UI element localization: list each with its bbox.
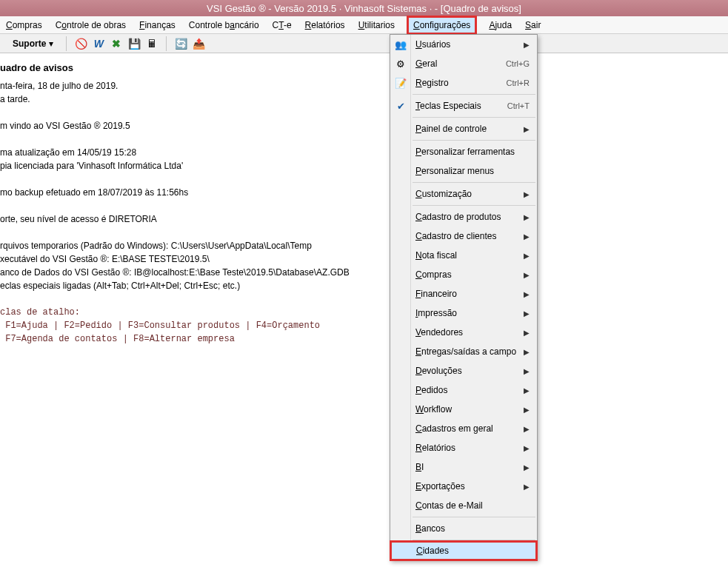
dropdown-item-teclas-especiais[interactable]: ✔Teclas EspeciaisCtrl+T: [390, 96, 537, 115]
menu-ajuda[interactable]: Ajuda: [489, 20, 512, 30]
support-label: Suporte: [13, 38, 46, 49]
dropdown-item-label: Entregas/saídas a campo: [415, 346, 524, 357]
dropdown-item-impress-o[interactable]: Impressão▶: [390, 303, 537, 323]
content-line: rquivos temporarios (Padrão do Windows):…: [0, 239, 728, 252]
dropdown-item-label: Impressão: [415, 308, 524, 318]
submenu-arrow-icon: ▶: [524, 213, 530, 221]
dropdown-item-cidades[interactable]: Cidades: [390, 541, 537, 560]
title-bar: VSI Gestão ® - Versão 2019.5 · Vinhasoft…: [0, 0, 728, 16]
submenu-arrow-icon: ▶: [524, 125, 530, 133]
content-line: [0, 199, 728, 212]
dropdown-item-bi[interactable]: BI▶: [390, 457, 537, 477]
dropdown-separator: [413, 94, 535, 95]
menu-cte[interactable]: CT-e: [273, 20, 292, 30]
dropdown-separator: [413, 540, 535, 540]
window-title: VSI Gestão ® - Versão 2019.5 · Vinhasoft…: [207, 3, 521, 14]
toolbar-separator: [66, 36, 67, 51]
submenu-arrow-icon: ▶: [524, 290, 530, 298]
dropdown-item-personalizar-menus[interactable]: Personalizar menus: [390, 161, 537, 181]
support-button[interactable]: Suporte ▾: [7, 36, 59, 51]
content-line: [0, 226, 728, 239]
submenu-arrow-icon: ▶: [524, 406, 530, 414]
w-icon[interactable]: W: [92, 37, 105, 50]
dropdown-item-customiza-o[interactable]: Customização▶: [390, 184, 537, 204]
dropdown-item-label: Cadastros em geral: [415, 423, 524, 434]
cross-icon[interactable]: ✖: [110, 37, 123, 50]
dropdown-item-cadastro-de-produtos[interactable]: Cadastro de produtos▶: [390, 207, 537, 227]
dropdown-item-label: Usuários: [415, 39, 524, 50]
dropdown-shortcut: Ctrl+T: [507, 101, 530, 110]
dropdown-item-label: Cadastro de produtos: [415, 212, 524, 222]
dropdown-item-label: Personalizar menus: [415, 166, 530, 176]
exit-icon[interactable]: 📤: [192, 37, 205, 50]
toolbar-separator: [166, 36, 167, 51]
content-area: uadro de avisos nta-feira, 18 de julho d…: [0, 53, 728, 346]
dropdown-separator: [413, 517, 535, 517]
dropdown-item-financeiro[interactable]: Financeiro▶: [390, 284, 537, 303]
dropdown-item-label: Cidades: [416, 546, 529, 556]
submenu-arrow-icon: ▶: [524, 252, 530, 260]
submenu-arrow-icon: ▶: [524, 483, 530, 491]
registry-icon: 📝: [393, 76, 408, 90]
dropdown-item-painel-de-controle[interactable]: Painel de controle▶: [390, 119, 537, 138]
no-entry-icon[interactable]: 🚫: [74, 37, 87, 50]
content-line: a tarde.: [0, 93, 728, 106]
submenu-arrow-icon: ▶: [524, 444, 530, 452]
dropdown-item-compras[interactable]: Compras▶: [390, 265, 537, 284]
refresh-icon[interactable]: 🔄: [174, 37, 187, 50]
dropdown-item-workflow[interactable]: Workflow▶: [390, 400, 537, 419]
dropdown-item-label: Nota fiscal: [415, 250, 524, 261]
dropdown-item-exporta-es[interactable]: Exportações▶: [390, 477, 537, 496]
dropdown-separator: [413, 182, 535, 183]
submenu-arrow-icon: ▶: [524, 41, 530, 49]
check-icon: ✔: [393, 98, 408, 113]
dropdown-item-vendedores[interactable]: Vendedores▶: [390, 323, 537, 342]
dropdown-item-label: BI: [415, 462, 524, 472]
dropdown-item-label: Geral: [415, 58, 506, 69]
calculator-icon[interactable]: 🖩: [145, 37, 158, 50]
users-icon: 👥: [393, 37, 408, 52]
dropdown-item-devolu-es[interactable]: Devoluções▶: [390, 361, 537, 380]
dropdown-item-label: Registro: [415, 78, 507, 88]
dropdown-item-relat-rios[interactable]: Relatórios▶: [390, 438, 537, 457]
menu-configuracoes[interactable]: Configurações: [408, 17, 475, 33]
dropdown-item-personalizar-ferramentas[interactable]: Personalizar ferramentas: [390, 142, 537, 161]
dropdown-item-entregas-sa-das-a-campo[interactable]: Entregas/saídas a campo▶: [390, 342, 537, 361]
dropdown-item-geral[interactable]: ⚙GeralCtrl+G: [390, 54, 537, 73]
submenu-arrow-icon: ▶: [524, 309, 530, 318]
dropdown-item-label: Vendedores: [415, 327, 524, 338]
dropdown-item-bancos[interactable]: Bancos: [390, 519, 537, 538]
chevron-down-icon: ▾: [49, 38, 53, 49]
content-line: m vindo ao VSI Gestão ® 2019.5: [0, 119, 728, 132]
dropdown-item-nota-fiscal[interactable]: Nota fiscal▶: [390, 246, 537, 265]
content-line: [0, 132, 728, 146]
menu-compras[interactable]: Compras: [6, 20, 42, 30]
menu-relatorios[interactable]: Relatórios: [305, 20, 345, 30]
dropdown-item-label: Compras: [415, 269, 524, 280]
dropdown-item-label: Personalizar ferramentas: [415, 147, 530, 157]
dropdown-item-contas-de-e-mail[interactable]: Contas de e-Mail: [390, 496, 537, 515]
menu-sair[interactable]: Sair: [525, 20, 541, 30]
submenu-arrow-icon: ▶: [524, 232, 530, 241]
dropdown-item-cadastro-de-clientes[interactable]: Cadastro de clientes▶: [390, 227, 537, 246]
dropdown-item-label: Exportações: [415, 481, 524, 491]
submenu-arrow-icon: ▶: [524, 425, 530, 433]
menu-controle-bancario[interactable]: Controle bancário: [189, 20, 259, 30]
dropdown-item-label: Painel de controle: [415, 124, 524, 134]
save-icon[interactable]: 💾: [127, 37, 141, 50]
dropdown-item-registro[interactable]: 📝RegistroCtrl+R: [390, 73, 537, 93]
content-line: [0, 172, 728, 186]
dropdown-item-cadastros-em-geral[interactable]: Cadastros em geral▶: [390, 419, 537, 438]
dropdown-separator: [413, 205, 535, 206]
submenu-arrow-icon: ▶: [524, 271, 530, 279]
dropdown-item-usu-rios[interactable]: 👥Usuários▶: [390, 35, 537, 54]
dropdown-item-label: Pedidos: [415, 385, 524, 395]
menu-financas[interactable]: Finanças: [139, 20, 176, 30]
dropdown-item-pedidos[interactable]: Pedidos▶: [390, 380, 537, 400]
content-line: mo backup efetuado em 18/07/2019 às 11:5…: [0, 186, 728, 199]
dropdown-shortcut: Ctrl+G: [506, 59, 530, 68]
menu-controle-obras[interactable]: Controle de obras: [56, 20, 126, 30]
dropdown-item-label: Devoluções: [415, 366, 524, 376]
menu-utilitarios[interactable]: Utilitarios: [358, 20, 395, 30]
content-line: ma atualização em 14/05/19 15:28: [0, 146, 728, 159]
